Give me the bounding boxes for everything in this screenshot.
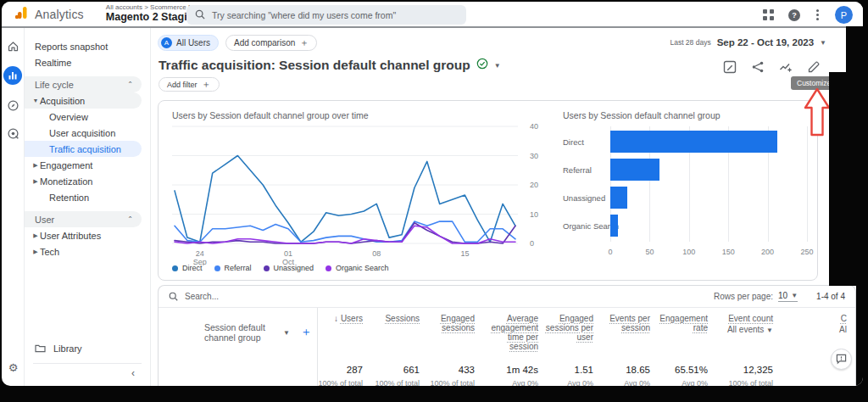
dimension-header[interactable]: Session default channel group [204,322,278,343]
bar[interactable] [610,215,618,237]
data-table-card: Search... Rows per page: 10 ▼ 1-4 of 4 S… [158,285,856,386]
global-search-input[interactable]: Try searching "where did my users come f… [186,5,466,25]
chevron-up-icon: ⌃ [127,215,133,223]
table-search-input[interactable]: Search... [185,292,219,301]
background-mask [829,72,863,286]
data-table: Session default channel group▼＋↓ UsersSe… [159,308,855,386]
chevron-down-icon[interactable]: ▼ [494,62,501,70]
sidebar-item-engagement[interactable]: ▶ Engagement [25,157,150,173]
x-tick-label: 250 [800,248,813,256]
legend-item[interactable]: Referral [214,264,252,272]
sidebar-item-library[interactable]: Library [25,339,150,358]
rows-per-page-label: Rows per page: [714,292,773,301]
analytics-logo-icon [14,5,29,24]
google-apps-icon[interactable] [763,9,774,20]
report-main: A All Users Add comparison ＋ Last 28 day… [151,28,856,386]
chevron-down-icon[interactable]: ▼ [283,329,290,337]
add-dimension-icon[interactable]: ＋ [300,325,312,340]
icon-rail: ⚙ [2,28,25,386]
sidebar-item-traffic-acquisition[interactable]: Traffic acquisition [25,141,142,157]
bar-chart-title: Users by Session default channel group [563,110,721,120]
help-icon[interactable]: ? [788,9,800,21]
page-title: Traffic acquisition: Session default cha… [159,58,470,73]
bar[interactable] [610,131,777,153]
admin-gear-icon[interactable]: ⚙ [2,361,25,374]
pagination-range: 1-4 of 4 [816,292,845,301]
data-quality-icon[interactable] [476,58,488,73]
sidebar-item-retention[interactable]: Retention [25,189,150,205]
all-users-comparison-chip[interactable]: A All Users [158,35,219,51]
legend-item[interactable]: Organic Search [326,264,389,272]
sidebar-item-tech[interactable]: ▶ Tech [25,243,150,260]
column-header[interactable]: Events per session [598,308,655,356]
date-preset-label: Last 28 days [670,38,710,47]
legend-dot [264,265,270,271]
bar-chart[interactable]: 050100150200250DirectReferralUnassignedO… [563,126,810,267]
customize-report-icon[interactable] [807,60,821,74]
column-header[interactable]: Engagement rate [655,308,713,356]
insights-icon[interactable] [779,60,793,74]
caret-right-icon: ▶ [31,232,40,239]
product-name: Analytics [35,8,84,21]
sidebar-section-lifecycle[interactable]: Life cycle ⌃ [25,76,142,92]
app-window: Analytics All accounts > Scommerce Mage … [2,2,863,386]
screenshot-frame: Analytics All accounts > Scommerce Mage … [0,0,868,402]
background-mask [846,26,863,74]
column-header[interactable]: Average engagement time per session [480,308,543,356]
sidebar-item-user-acquisition[interactable]: User acquisition [25,125,150,141]
legend-dot [214,265,220,271]
edit-comparisons-icon[interactable] [723,60,737,74]
legend-dot [172,265,178,271]
bar-category-label: Unassigned [563,193,605,203]
topbar: Analytics All accounts > Scommerce Mage … [2,2,863,28]
x-tick-label: 50 [645,248,654,256]
feedback-button[interactable] [831,349,852,370]
home-icon[interactable] [5,38,20,53]
plus-icon: ＋ [202,78,211,91]
bar[interactable] [610,159,659,181]
legend-item[interactable]: Direct [172,264,203,272]
explore-icon[interactable] [5,98,20,113]
x-tick-label: 100 [682,248,695,256]
sidebar-item-user-attributes[interactable]: ▶ User Attributes [25,227,150,243]
date-range-picker[interactable]: Last 28 days Sep 22 - Oct 19, 2023 ▼ [670,37,826,47]
share-icon[interactable] [751,60,765,74]
chevron-up-icon: ⌃ [127,81,133,88]
column-header[interactable]: Engaged sessions [425,308,480,356]
totals-cell: 12,325100% of total [713,356,778,386]
line-chart[interactable]: 01020304024Sep01Oct0815 [172,123,555,269]
annotation-arrow-up [804,87,831,140]
sidebar-item-overview[interactable]: Overview [25,109,150,125]
svg-text:08: 08 [372,249,381,258]
report-nav-sidebar: Reports snapshot Realtime Life cycle ⌃ ▼… [25,28,151,386]
search-placeholder: Try searching "where did my users come f… [212,10,396,20]
add-filter-button[interactable]: Add filter ＋ [159,77,220,92]
more-options-icon[interactable] [815,8,821,22]
column-header[interactable]: Sessions [368,308,425,356]
advertising-icon[interactable] [5,126,20,141]
x-tick-label: 0 [608,248,612,256]
column-header[interactable]: Engaged sessions per user [543,308,598,356]
line-chart-legend: DirectReferralUnassignedOrganic Search [172,264,389,272]
sidebar-item-monetization[interactable]: ▶ Monetization [25,173,150,189]
svg-text:0: 0 [530,239,534,248]
column-header[interactable]: Event countAll events ▼ [713,308,778,356]
reports-icon[interactable] [3,66,22,85]
collapse-sidebar-icon[interactable]: ‹ [25,364,150,386]
bar[interactable] [610,187,627,209]
caret-right-icon: ▶ [31,248,40,255]
sidebar-section-user[interactable]: User ⌃ [25,211,142,227]
sidebar-item-realtime[interactable]: Realtime [25,54,150,70]
totals-cell: 1.51Avg 0% [543,356,598,386]
comparison-badge: A [161,37,172,48]
rows-per-page-select[interactable]: 10 ▼ [778,291,798,302]
analytics-home-link[interactable]: Analytics [2,5,84,24]
column-header[interactable]: ↓ Users [317,308,368,356]
add-comparison-button[interactable]: Add comparison ＋ [225,35,317,51]
svg-text:30: 30 [530,152,538,160]
legend-item[interactable]: Unassigned [264,264,314,272]
avatar[interactable]: P [835,6,853,24]
sidebar-item-reports-snapshot[interactable]: Reports snapshot [25,38,150,54]
sidebar-item-acquisition[interactable]: ▼ Acquisition [25,92,142,109]
svg-text:40: 40 [530,123,538,131]
